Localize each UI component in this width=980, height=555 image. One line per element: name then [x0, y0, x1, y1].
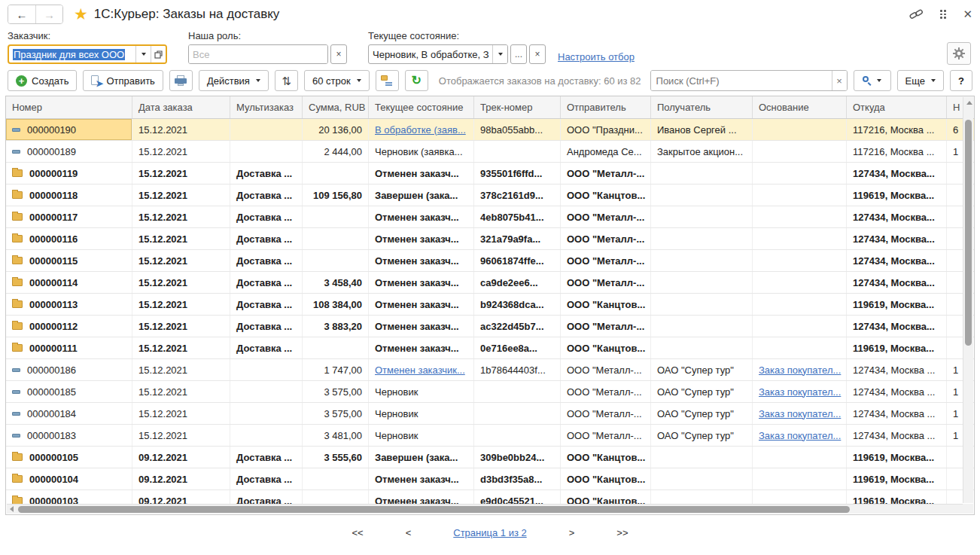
- cell-sum[interactable]: 3 575,00: [303, 381, 369, 402]
- cell-multi[interactable]: Доставка ...: [230, 250, 303, 271]
- column-header-from[interactable]: Откуда: [847, 96, 947, 118]
- cell-receiver[interactable]: [651, 228, 753, 249]
- cell-basis[interactable]: Заказ покупател...: [753, 381, 847, 402]
- cell-number-wrap[interactable]: 000000189: [6, 141, 132, 162]
- table-row[interactable]: 000000103 09.12.2021 Доставка ... Отмене…: [6, 490, 974, 505]
- table-row[interactable]: 000000116 15.12.2021 Доставка ... Отмене…: [6, 228, 974, 250]
- table-row[interactable]: 000000190 15.12.2021 20 136,00 В обработ…: [6, 119, 974, 141]
- cell-state[interactable]: Черновик (заявка...: [369, 141, 474, 162]
- table-row[interactable]: 000000119 15.12.2021 Доставка ... Отмене…: [6, 163, 974, 184]
- cell-state[interactable]: Завершен (зака...: [369, 447, 474, 468]
- table-row[interactable]: 000000104 09.12.2021 Доставка ... Отмене…: [6, 468, 974, 490]
- cell-number-wrap[interactable]: 000000111: [6, 337, 132, 358]
- cell-date[interactable]: 15.12.2021: [132, 294, 230, 315]
- table-row[interactable]: 000000183 15.12.2021 3 481,00 Черновик О…: [6, 425, 974, 447]
- cell-track[interactable]: ac322d45b7...: [474, 316, 561, 337]
- column-header-state[interactable]: Текущее состояние: [369, 96, 474, 118]
- cell-date[interactable]: 15.12.2021: [132, 163, 230, 184]
- cell-number-wrap[interactable]: 000000103: [6, 490, 132, 505]
- back-button[interactable]: ←: [8, 5, 35, 23]
- cell-track[interactable]: 98ba055abb...: [474, 119, 561, 140]
- cell-sender[interactable]: ООО "Канцтов...: [561, 184, 651, 206]
- cell-sender[interactable]: ООО "Металл-...: [561, 206, 651, 227]
- configure-filter-link[interactable]: Настроить отбор: [558, 51, 635, 63]
- cell-state[interactable]: Отменен заказч...: [369, 337, 474, 358]
- cell-state[interactable]: Отменен заказчик...: [369, 359, 474, 380]
- refresh-button[interactable]: ↻: [405, 70, 428, 91]
- cell-basis[interactable]: [753, 447, 847, 468]
- cell-track[interactable]: [474, 403, 561, 424]
- cell-track[interactable]: 96061874ffe...: [474, 250, 561, 271]
- cell-sum[interactable]: [303, 206, 369, 227]
- cell-receiver[interactable]: [651, 490, 753, 505]
- cell-state[interactable]: Отменен заказч...: [369, 272, 474, 293]
- rows-per-page-button[interactable]: 60 строк: [304, 70, 370, 91]
- role-filter-input[interactable]: [189, 45, 328, 63]
- cell-sum[interactable]: 3 575,00: [303, 403, 369, 424]
- cell-number-wrap[interactable]: 000000190: [6, 119, 132, 140]
- cell-number-wrap[interactable]: 000000184: [6, 403, 132, 424]
- cell-receiver[interactable]: [651, 250, 753, 271]
- cell-date[interactable]: 15.12.2021: [132, 337, 230, 358]
- cell-sum[interactable]: 1 747,00: [303, 359, 369, 380]
- cell-number-wrap[interactable]: 000000105: [6, 447, 132, 468]
- cell-receiver[interactable]: [651, 468, 753, 489]
- customer-filter-field[interactable]: Праздник для всех ООО: [8, 44, 167, 64]
- print-button[interactable]: [169, 70, 193, 91]
- send-button[interactable]: ➤ Отправить: [83, 70, 163, 91]
- cell-from[interactable]: 127434, Москва...: [847, 163, 947, 184]
- cell-date[interactable]: 15.12.2021: [132, 250, 230, 271]
- table-row[interactable]: 000000105 09.12.2021 Доставка ... 3 555,…: [6, 447, 974, 468]
- cell-number-wrap[interactable]: 000000115: [6, 250, 132, 271]
- cell-state[interactable]: Черновик: [369, 425, 474, 446]
- cell-receiver[interactable]: [651, 316, 753, 337]
- cell-basis[interactable]: [753, 316, 847, 337]
- cell-sender[interactable]: ООО "Металл-...: [561, 425, 651, 446]
- cell-state[interactable]: Отменен заказч...: [369, 316, 474, 337]
- cell-sum[interactable]: [303, 228, 369, 249]
- cell-multi[interactable]: [230, 359, 303, 380]
- state-clear-button[interactable]: ×: [529, 44, 546, 64]
- search-input[interactable]: [651, 71, 832, 90]
- cell-multi[interactable]: [230, 425, 303, 446]
- cell-multi[interactable]: Доставка ...: [230, 206, 303, 227]
- cell-state[interactable]: Отменен заказч...: [369, 163, 474, 184]
- table-row[interactable]: 000000114 15.12.2021 Доставка ... 3 458,…: [6, 272, 974, 294]
- cell-from[interactable]: 117216, Москва ...: [847, 141, 947, 162]
- horizontal-scrollbar[interactable]: [7, 504, 963, 514]
- cell-sum[interactable]: 20 136,00: [303, 119, 369, 140]
- cell-receiver[interactable]: ОАО "Супер тур": [651, 381, 753, 402]
- cell-track[interactable]: e9d0c45521...: [474, 490, 561, 505]
- customer-open-button[interactable]: [151, 46, 166, 63]
- cell-sum[interactable]: 3 481,00: [303, 425, 369, 446]
- cell-receiver[interactable]: Иванов Сергей ...: [651, 119, 753, 140]
- cell-sender[interactable]: ООО "Металл-...: [561, 272, 651, 293]
- cell-sender[interactable]: ООО "Металл-...: [561, 316, 651, 337]
- settings-gear-button[interactable]: [947, 42, 971, 65]
- cell-number-wrap[interactable]: 000000117: [6, 206, 132, 227]
- more-menu-icon[interactable]: [940, 10, 946, 19]
- cell-sum[interactable]: [303, 250, 369, 271]
- cell-number-wrap[interactable]: 000000118: [6, 184, 132, 206]
- cell-basis[interactable]: [753, 184, 847, 206]
- cell-receiver[interactable]: [651, 184, 753, 206]
- column-header-basis[interactable]: Основание: [753, 96, 847, 118]
- scroll-up-icon[interactable]: [966, 101, 972, 105]
- cell-number-wrap[interactable]: 000000104: [6, 468, 132, 489]
- cell-track[interactable]: 1b78644403f...: [474, 359, 561, 380]
- cell-multi[interactable]: Доставка ...: [230, 447, 303, 468]
- cell-receiver[interactable]: Закрытое акцион...: [651, 141, 753, 162]
- cell-sender[interactable]: ООО "Металл-...: [561, 250, 651, 271]
- cell-from[interactable]: 119619, Москва...: [847, 294, 947, 315]
- table-row[interactable]: 000000189 15.12.2021 2 444,00 Черновик (…: [6, 141, 974, 163]
- cell-from[interactable]: 127434, Москва ...: [847, 381, 947, 402]
- cell-receiver[interactable]: [651, 272, 753, 293]
- cell-date[interactable]: 15.12.2021: [132, 403, 230, 424]
- cell-sender[interactable]: ООО "Металл-...: [561, 163, 651, 184]
- cell-multi[interactable]: Доставка ...: [230, 272, 303, 293]
- scroll-left-icon[interactable]: [10, 506, 14, 512]
- cell-multi[interactable]: [230, 119, 303, 140]
- cell-from[interactable]: 127434, Москва...: [847, 228, 947, 249]
- cell-sum[interactable]: [303, 163, 369, 184]
- cell-receiver[interactable]: [651, 447, 753, 468]
